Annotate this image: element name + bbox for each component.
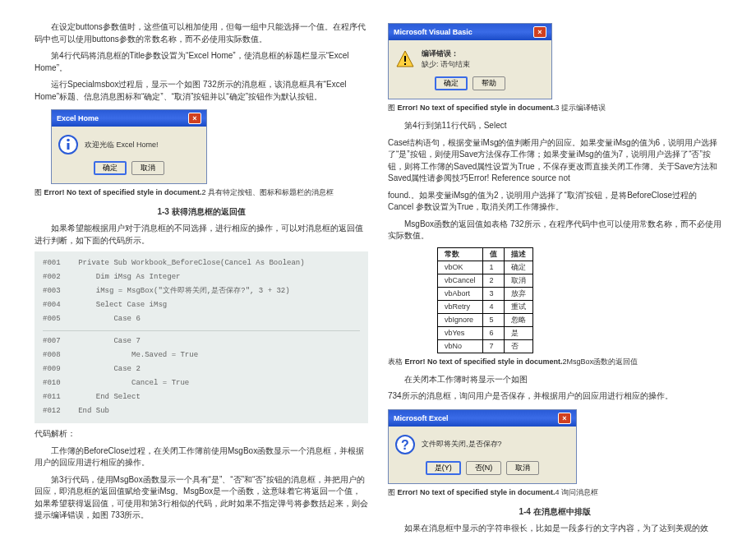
- info-icon: [58, 135, 78, 155]
- figure-caption: 图 Error! No text of specified style in d…: [388, 103, 721, 113]
- para: 在设定buttons参数值时，这些值可以相加使用，但每一组中只能选择一个值。在程…: [35, 21, 368, 45]
- no-button[interactable]: 否(N): [466, 461, 502, 475]
- ok-button[interactable]: 确定: [435, 76, 468, 90]
- figure-caption: 图 Error! No text of specified style in d…: [388, 487, 721, 498]
- table-row: vbCancel2取消: [438, 274, 533, 287]
- code-line: #009 Case 2: [43, 362, 360, 376]
- code-line: #010 Cancel = True: [43, 376, 360, 390]
- dialog-title: Microsoft Visual Basic: [394, 28, 472, 36]
- table-header: 值: [482, 247, 504, 261]
- cancel-button[interactable]: 取消: [131, 161, 164, 175]
- section-title: 1-4 在消息框中排版: [388, 506, 721, 518]
- code-block: #001 Private Sub Workbook_BeforeClose(Ca…: [35, 251, 368, 423]
- svg-rect-1: [67, 143, 70, 150]
- svg-rect-4: [404, 56, 406, 62]
- dialog-titlebar: Microsoft Visual Basic ×: [389, 24, 551, 40]
- para: found.。如果变量iMsg的值为2，说明用户选择了“取消”按钮，是将Befo…: [388, 190, 721, 214]
- para: 代码解析：: [35, 428, 368, 440]
- warning-icon: [395, 49, 415, 69]
- para: MsgBox函数的返回值如表格 732所示，在程序代码中也可以使用常数名称，而不…: [388, 219, 721, 242]
- para: 运行Specialmsbox过程后，显示一个如图 732所示的消息框，该消息框具…: [35, 79, 368, 103]
- help-button[interactable]: 帮助: [472, 76, 505, 90]
- code-line: #004 Select Case iMsg: [43, 298, 360, 312]
- table-header: 常数: [438, 247, 483, 261]
- table-caption: 表格 Error! No text of specified style in …: [388, 357, 721, 367]
- table-row: vbYes6是: [438, 326, 533, 339]
- code-line: #007 Case 7: [43, 334, 360, 348]
- table-row: vbOK1确定: [438, 261, 533, 274]
- table-row: vbNo7否: [438, 339, 533, 353]
- question-icon: ?: [395, 435, 415, 454]
- svg-point-2: [67, 139, 70, 142]
- para: 第3行代码，使用MsgBox函数显示一个具有“是”、“否”和“否”按钮的消息框，…: [35, 474, 368, 522]
- para: 如果在消息框中显示的字符串很长，比如是一段多行的文字内容，为了达到美观的效果，需…: [388, 523, 721, 535]
- code-line: #012 End Sub: [43, 404, 360, 418]
- dialog-message: 编译错误： 缺少: 语句结束: [422, 48, 545, 70]
- ok-button[interactable]: 确定: [94, 161, 127, 175]
- code-line: #003 iMsg = MsgBox("文件即将关闭,是否保存?", 3 + 3…: [43, 284, 360, 298]
- dialog-message: 欢迎光临 Excel Home!: [85, 140, 200, 150]
- cancel-button[interactable]: 取消: [506, 461, 539, 475]
- return-values-table: 常数 值 描述 vbOK1确定 vbCancel2取消 vbAbort3放弃 v…: [437, 247, 533, 353]
- table-header: 描述: [504, 247, 532, 261]
- close-icon[interactable]: ×: [188, 113, 201, 124]
- table-row: vbIgnore5忽略: [438, 313, 533, 326]
- svg-rect-5: [404, 63, 406, 65]
- code-line: #002 Dim iMsg As Integer: [43, 270, 360, 284]
- dialog-excel-confirm: Microsoft Excel × ? 文件即将关闭,是否保存? 是(Y) 否(…: [388, 409, 577, 484]
- code-line: #008 Me.Saved = True: [43, 348, 360, 362]
- table-row: vbAbort3放弃: [438, 287, 533, 300]
- para: 734所示的消息框，询问用户是否保存，并根据用户的回应用进行相应的操作。: [388, 390, 721, 403]
- para: 工作簿的BeforeClose过程，在关闭工作簿前使用MsgBox函数显示一个消…: [35, 445, 368, 469]
- table-row: vbRetry4重试: [438, 300, 533, 313]
- code-line: #011 End Select: [43, 390, 360, 404]
- dialog-title: Excel Home: [57, 114, 99, 122]
- yes-button[interactable]: 是(Y): [426, 461, 461, 475]
- svg-text:?: ?: [401, 438, 409, 452]
- dialog-message: 文件即将关闭,是否保存?: [422, 439, 569, 450]
- dialog-titlebar: Microsoft Excel ×: [389, 410, 576, 427]
- para: 第4行到第11行代码，Select: [388, 120, 721, 132]
- section-title: 1-3 获得消息框的返回值: [35, 206, 368, 218]
- dialog-title: Microsoft Excel: [394, 414, 449, 422]
- dialog-excel-home: Excel Home × 欢迎光临 Excel Home! 确定 取消: [51, 109, 207, 184]
- right-column: Microsoft Visual Basic × 编译错误： 缺少: 语句结束 …: [378, 16, 731, 519]
- figure-caption: 图 Error! No text of specified style in d…: [35, 187, 368, 198]
- dialog-vb-error: Microsoft Visual Basic × 编译错误： 缺少: 语句结束 …: [388, 23, 552, 99]
- para: 第4行代码将消息框的Title参数设置为“Excel Home”，使消息框的标题…: [35, 50, 368, 74]
- dialog-titlebar: Excel Home ×: [52, 110, 206, 127]
- code-line: #001 Private Sub Workbook_BeforeClose(Ca…: [43, 256, 360, 270]
- para: Case结构语句，根据变量iMsg的值判断用户的回应。如果变量iMsg的值为6，…: [388, 137, 721, 185]
- para: 如果希望能根据用户对于消息框的不同选择，进行相应的操作，可以对消息框的返回值进行…: [35, 223, 368, 247]
- left-column: 在设定buttons参数值时，这些值可以相加使用，但每一组中只能选择一个值。在程…: [25, 16, 378, 519]
- code-line: #005 Case 6: [43, 312, 360, 326]
- close-icon[interactable]: ×: [558, 413, 571, 424]
- para: 在关闭本工作簿时将显示一个如图: [388, 374, 721, 386]
- close-icon[interactable]: ×: [533, 26, 546, 38]
